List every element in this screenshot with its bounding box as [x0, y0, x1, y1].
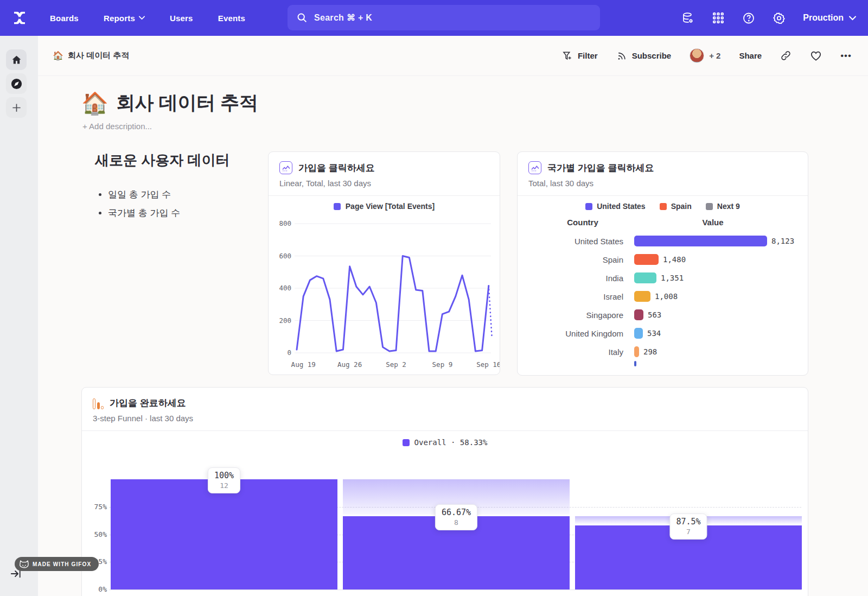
nav-item-boards[interactable]: Boards: [50, 14, 79, 23]
project-name: Prouction: [803, 13, 844, 23]
legend-label: United States: [597, 202, 645, 211]
nav-item-users[interactable]: Users: [170, 14, 193, 23]
funnel-step-pct: 66.67%: [442, 508, 471, 517]
country-row[interactable]: India1,351: [518, 269, 808, 287]
country-label: Spain: [518, 255, 623, 264]
board-toolbar: 🏠 회사 데이터 추적 Filter Subscribe + 2 Sh: [38, 36, 868, 76]
line-chart-card[interactable]: 가입을 클릭하세요 Linear, Total, last 30 days Pa…: [268, 151, 500, 375]
country-row[interactable]: Spain1,480: [518, 250, 808, 269]
bar-legend-item[interactable]: Next 9: [706, 202, 740, 211]
nav-item-events[interactable]: Events: [218, 14, 245, 23]
apps-grid-icon[interactable]: [712, 11, 725, 24]
nav-item-label: Users: [170, 14, 193, 23]
project-selector[interactable]: Prouction: [803, 13, 856, 23]
text-card[interactable]: 새로운 사용자 데이터 일일 총 가입 수국가별 총 가입 수: [95, 151, 258, 225]
country-bar: [634, 309, 643, 320]
line-series: [297, 256, 489, 352]
collaborators[interactable]: + 2: [690, 48, 720, 63]
sidebar-discover-button[interactable]: [6, 73, 27, 94]
chevron-down-icon: [139, 16, 145, 20]
filter-funnel-icon: [562, 50, 573, 61]
country-row[interactable]: United States8,123: [518, 232, 808, 250]
country-value: 1,351: [661, 274, 684, 282]
share-button[interactable]: Share: [739, 51, 762, 60]
funnel-tooltip-step-3: 87.5%7: [669, 513, 707, 540]
y-tick-label: 0: [287, 348, 291, 357]
top-nav: BoardsReportsUsersEvents Search ⌘ + K: [0, 0, 868, 36]
text-card-bullet: 국가별 총 가입 수: [108, 207, 258, 219]
mixpanel-logo[interactable]: [10, 8, 29, 28]
add-description-button[interactable]: + Add description...: [82, 122, 152, 131]
funnel-step-count: 8: [442, 518, 471, 527]
funnel-y-tick-label: 50%: [86, 530, 107, 538]
y-tick-label: 200: [279, 316, 291, 325]
x-tick-label: Sep 2: [386, 360, 406, 369]
search-input[interactable]: Search ⌘ + K: [288, 5, 600, 30]
subscribe-button[interactable]: Subscribe: [616, 50, 672, 61]
legend-swatch: [334, 203, 341, 210]
country-label: Italy: [518, 347, 623, 357]
home-icon: [11, 54, 22, 66]
country-rows: United States8,123Spain1,480India1,351Is…: [518, 232, 808, 366]
country-value: 1,008: [655, 292, 678, 301]
funnel-bar-step-1[interactable]: [111, 479, 337, 589]
nav-item-label: Events: [218, 14, 245, 23]
sidebar-add-board-button[interactable]: [6, 97, 27, 118]
sidebar-home-button[interactable]: [6, 49, 27, 70]
subscribe-label: Subscribe: [632, 51, 672, 60]
filter-button[interactable]: Filter: [562, 50, 598, 61]
funnel-step-count: 7: [676, 528, 700, 536]
bar-legend-item[interactable]: United States: [585, 202, 645, 211]
collaborator-count: + 2: [709, 51, 720, 60]
bar-chart-subtitle: Total, last 30 days: [528, 179, 797, 188]
breadcrumb-label: 회사 데이터 추적: [68, 50, 129, 61]
board-emoji: 🏠: [81, 92, 108, 114]
funnel-y-tick-label: 0%: [86, 585, 107, 593]
bar-chart-column-headers: Country Value: [518, 218, 808, 227]
y-tick-label: 400: [279, 284, 291, 292]
legend-label: Page View [Total Events]: [346, 202, 435, 211]
funnel-tooltip-step-1: 100%12: [208, 467, 240, 493]
copy-link-button[interactable]: [780, 50, 792, 61]
bar-legend-item[interactable]: Spain: [660, 202, 692, 211]
heart-icon: [810, 50, 822, 61]
country-bar-card[interactable]: 국가별 가입을 클릭하세요 Total, last 30 days United…: [517, 151, 808, 376]
nav-item-label: Boards: [50, 14, 79, 23]
funnel-card[interactable]: 가입을 완료하세요 3-step Funnel · last 30 days O…: [81, 387, 808, 596]
data-management-icon[interactable]: [681, 11, 694, 24]
compass-icon: [10, 78, 23, 90]
country-row[interactable]: Israel1,008: [518, 287, 808, 306]
country-row[interactable]: Italy298: [518, 343, 808, 361]
gifox-label: MADE WITH GIFOX: [33, 561, 91, 567]
breadcrumb-emoji: 🏠: [53, 50, 63, 61]
favorite-button[interactable]: [810, 50, 822, 61]
link-icon: [780, 50, 792, 61]
line-chart-icon: [279, 161, 292, 174]
country-bar: [634, 328, 643, 339]
more-options-button[interactable]: •••: [840, 50, 852, 61]
nav-menu: BoardsReportsUsersEvents: [50, 14, 245, 23]
board-title[interactable]: 🏠 회사 데이터 추적: [81, 90, 258, 116]
country-value: 1,480: [663, 255, 686, 264]
nav-item-label: Reports: [104, 14, 135, 23]
column-country: Country: [518, 218, 648, 227]
collaborator-avatar: [690, 48, 704, 63]
line-chart-plot[interactable]: 8006004002000Aug 19Aug 26Sep 2Sep 9Sep 1…: [273, 213, 500, 375]
filter-label: Filter: [578, 51, 598, 60]
country-label: Singapore: [518, 310, 623, 320]
funnel-plot[interactable]: 75%50%25%0%100%1266.67%887.5%7: [82, 388, 808, 596]
funnel-step-pct: 87.5%: [676, 517, 700, 527]
breadcrumb[interactable]: 🏠 회사 데이터 추적: [53, 50, 129, 61]
nav-item-reports[interactable]: Reports: [104, 14, 145, 23]
country-row[interactable]: Singapore563: [518, 306, 808, 324]
chevron-down-icon: [849, 16, 856, 21]
help-icon[interactable]: [742, 11, 755, 24]
country-row[interactable]: United Kingdom534: [518, 324, 808, 343]
x-tick-label: Aug 19: [291, 360, 316, 369]
fox-icon: [20, 560, 29, 568]
y-tick-label: 600: [279, 252, 291, 260]
bar-chart-legend: United StatesSpainNext 9: [518, 202, 808, 211]
settings-gear-icon[interactable]: [773, 11, 786, 24]
y-tick-label: 800: [279, 219, 291, 227]
x-tick-label: Sep 9: [432, 360, 453, 369]
